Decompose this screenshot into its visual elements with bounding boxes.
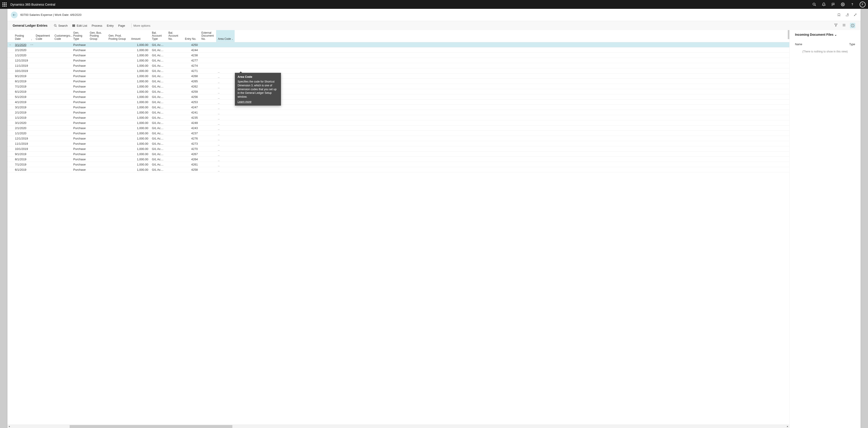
svg-point-0: [813, 3, 815, 5]
svg-line-1: [815, 5, 815, 6]
flag-icon[interactable]: [831, 2, 835, 6]
search-icon[interactable]: [812, 2, 816, 6]
bell-icon[interactable]: [822, 2, 826, 6]
avatar[interactable]: F: [860, 2, 866, 7]
svg-point-3: [852, 5, 852, 5]
app-title: Dynamics 365 Business Central: [10, 3, 55, 6]
gear-icon[interactable]: [841, 2, 845, 6]
avatar-initial: F: [862, 3, 863, 6]
app-launcher-icon[interactable]: [2, 2, 6, 6]
help-icon[interactable]: [850, 2, 854, 6]
svg-point-2: [842, 4, 843, 5]
